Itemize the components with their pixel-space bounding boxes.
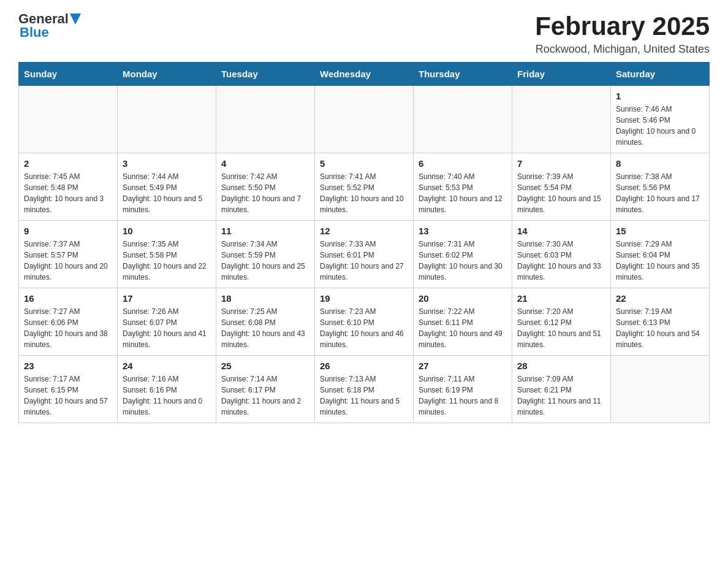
day-number: 15 [616,226,704,236]
calendar-day-cell: 19Sunrise: 7:23 AMSunset: 6:10 PMDayligh… [315,288,414,356]
day-number: 16 [24,293,112,304]
day-info: Sunrise: 7:39 AMSunset: 5:54 PMDaylight:… [517,171,605,215]
day-info: Sunrise: 7:45 AMSunset: 5:48 PMDaylight:… [24,171,112,215]
col-thursday: Thursday [414,63,512,86]
calendar-day-cell: 16Sunrise: 7:27 AMSunset: 6:06 PMDayligh… [19,288,118,356]
day-number: 10 [123,226,211,236]
logo-blue-text: Blue [20,25,49,40]
day-number: 21 [517,293,605,304]
col-sunday: Sunday [19,63,118,86]
day-number: 17 [123,293,211,304]
day-number: 22 [616,293,704,304]
calendar-day-cell: 25Sunrise: 7:14 AMSunset: 6:17 PMDayligh… [216,356,315,423]
calendar-day-cell [512,86,611,153]
calendar-day-cell [19,86,118,153]
day-info: Sunrise: 7:38 AMSunset: 5:56 PMDaylight:… [616,171,704,215]
day-info: Sunrise: 7:17 AMSunset: 6:15 PMDaylight:… [24,373,112,418]
day-number: 7 [517,158,605,169]
day-number: 5 [320,158,408,169]
calendar-day-cell: 20Sunrise: 7:22 AMSunset: 6:11 PMDayligh… [414,288,512,356]
day-number: 20 [419,293,507,304]
day-info: Sunrise: 7:11 AMSunset: 6:19 PMDaylight:… [419,373,507,418]
day-info: Sunrise: 7:19 AMSunset: 6:13 PMDaylight:… [616,306,704,350]
calendar-day-cell: 6Sunrise: 7:40 AMSunset: 5:53 PMDaylight… [414,153,512,221]
calendar-day-cell: 24Sunrise: 7:16 AMSunset: 6:16 PMDayligh… [118,356,216,423]
calendar-day-cell: 13Sunrise: 7:31 AMSunset: 6:02 PMDayligh… [414,221,512,288]
day-info: Sunrise: 7:20 AMSunset: 6:12 PMDaylight:… [517,306,605,350]
col-saturday: Saturday [611,63,710,86]
calendar-week-row: 9Sunrise: 7:37 AMSunset: 5:57 PMDaylight… [19,221,710,288]
calendar-day-cell: 14Sunrise: 7:30 AMSunset: 6:03 PMDayligh… [512,221,611,288]
day-info: Sunrise: 7:09 AMSunset: 6:21 PMDaylight:… [517,373,605,418]
day-number: 11 [221,226,309,236]
day-info: Sunrise: 7:35 AMSunset: 5:58 PMDaylight:… [123,239,211,283]
day-number: 4 [221,158,309,169]
day-number: 19 [320,293,408,304]
calendar-day-cell [611,356,710,423]
day-number: 28 [517,361,605,371]
logo-general-text: General [18,12,69,26]
calendar-week-row: 23Sunrise: 7:17 AMSunset: 6:15 PMDayligh… [19,356,710,423]
day-number: 12 [320,226,408,236]
day-info: Sunrise: 7:33 AMSunset: 6:01 PMDaylight:… [320,239,408,283]
subtitle: Rockwood, Michigan, United States [535,43,710,56]
day-number: 9 [24,226,112,236]
page-header: General Blue February 2025 Rockwood, Mic… [18,12,710,56]
logo: General Blue [18,12,81,39]
calendar-day-cell [118,86,216,153]
day-number: 2 [24,158,112,169]
calendar-day-cell: 4Sunrise: 7:42 AMSunset: 5:50 PMDaylight… [216,153,315,221]
calendar-day-cell [414,86,512,153]
calendar-day-cell: 7Sunrise: 7:39 AMSunset: 5:54 PMDaylight… [512,153,611,221]
calendar-day-cell: 11Sunrise: 7:34 AMSunset: 5:59 PMDayligh… [216,221,315,288]
calendar-day-cell: 21Sunrise: 7:20 AMSunset: 6:12 PMDayligh… [512,288,611,356]
calendar-day-cell: 3Sunrise: 7:44 AMSunset: 5:49 PMDaylight… [118,153,216,221]
col-monday: Monday [118,63,216,86]
day-info: Sunrise: 7:34 AMSunset: 5:59 PMDaylight:… [221,239,309,283]
day-info: Sunrise: 7:40 AMSunset: 5:53 PMDaylight:… [419,171,507,215]
day-info: Sunrise: 7:13 AMSunset: 6:18 PMDaylight:… [320,373,408,418]
day-number: 24 [123,361,211,371]
day-info: Sunrise: 7:31 AMSunset: 6:02 PMDaylight:… [419,239,507,283]
calendar-day-cell: 10Sunrise: 7:35 AMSunset: 5:58 PMDayligh… [118,221,216,288]
calendar-day-cell: 22Sunrise: 7:19 AMSunset: 6:13 PMDayligh… [611,288,710,356]
calendar-day-cell: 23Sunrise: 7:17 AMSunset: 6:15 PMDayligh… [19,356,118,423]
calendar-day-cell: 2Sunrise: 7:45 AMSunset: 5:48 PMDaylight… [19,153,118,221]
calendar-day-cell: 28Sunrise: 7:09 AMSunset: 6:21 PMDayligh… [512,356,611,423]
day-info: Sunrise: 7:23 AMSunset: 6:10 PMDaylight:… [320,306,408,350]
svg-marker-0 [70,13,81,25]
day-info: Sunrise: 7:29 AMSunset: 6:04 PMDaylight:… [616,239,704,283]
calendar-day-cell [315,86,414,153]
calendar-day-cell: 12Sunrise: 7:33 AMSunset: 6:01 PMDayligh… [315,221,414,288]
day-info: Sunrise: 7:42 AMSunset: 5:50 PMDaylight:… [221,171,309,215]
day-number: 6 [419,158,507,169]
day-number: 13 [419,226,507,236]
day-info: Sunrise: 7:37 AMSunset: 5:57 PMDaylight:… [24,239,112,283]
day-number: 8 [616,158,704,169]
calendar-day-cell: 26Sunrise: 7:13 AMSunset: 6:18 PMDayligh… [315,356,414,423]
day-info: Sunrise: 7:25 AMSunset: 6:08 PMDaylight:… [221,306,309,350]
day-number: 25 [221,361,309,371]
calendar-day-cell: 15Sunrise: 7:29 AMSunset: 6:04 PMDayligh… [611,221,710,288]
day-info: Sunrise: 7:26 AMSunset: 6:07 PMDaylight:… [123,306,211,350]
calendar-week-row: 2Sunrise: 7:45 AMSunset: 5:48 PMDaylight… [19,153,710,221]
calendar-day-cell: 1Sunrise: 7:46 AMSunset: 5:46 PMDaylight… [611,86,710,153]
day-number: 27 [419,361,507,371]
day-info: Sunrise: 7:44 AMSunset: 5:49 PMDaylight:… [123,171,211,215]
calendar-day-cell: 8Sunrise: 7:38 AMSunset: 5:56 PMDaylight… [611,153,710,221]
calendar-day-cell: 27Sunrise: 7:11 AMSunset: 6:19 PMDayligh… [414,356,512,423]
day-number: 14 [517,226,605,236]
day-info: Sunrise: 7:14 AMSunset: 6:17 PMDaylight:… [221,373,309,418]
day-number: 3 [123,158,211,169]
col-tuesday: Tuesday [216,63,315,86]
day-info: Sunrise: 7:27 AMSunset: 6:06 PMDaylight:… [24,306,112,350]
calendar-week-row: 1Sunrise: 7:46 AMSunset: 5:46 PMDaylight… [19,86,710,153]
calendar-header-row: Sunday Monday Tuesday Wednesday Thursday… [19,63,710,86]
col-friday: Friday [512,63,611,86]
page-title: February 2025 [535,12,710,40]
calendar-table: Sunday Monday Tuesday Wednesday Thursday… [18,62,710,423]
day-number: 1 [616,91,704,101]
day-info: Sunrise: 7:22 AMSunset: 6:11 PMDaylight:… [419,306,507,350]
calendar-day-cell: 18Sunrise: 7:25 AMSunset: 6:08 PMDayligh… [216,288,315,356]
calendar-week-row: 16Sunrise: 7:27 AMSunset: 6:06 PMDayligh… [19,288,710,356]
